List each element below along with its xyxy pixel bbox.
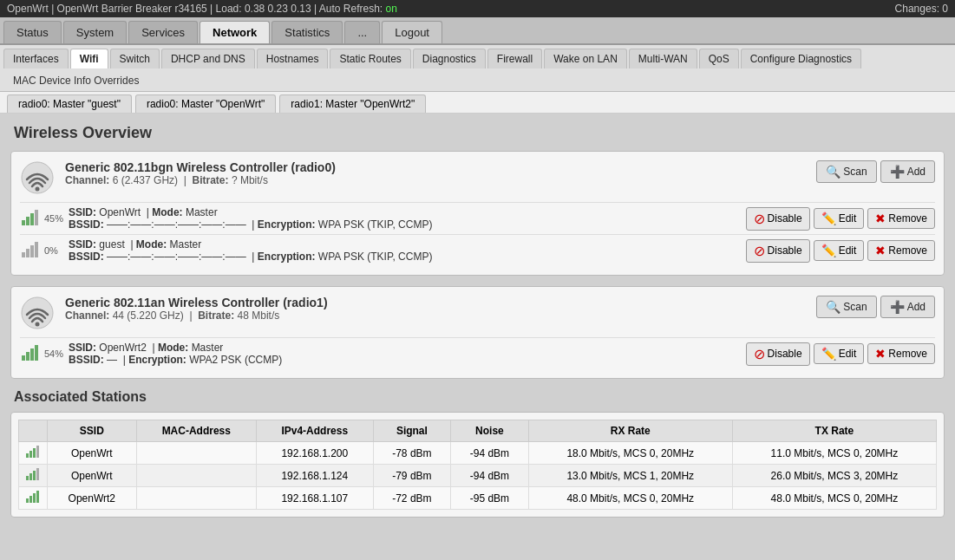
- signal-icon-openwrt2: [20, 345, 41, 363]
- disable-guest-label: Disable: [768, 244, 802, 257]
- svg-rect-16: [26, 453, 29, 458]
- subtab-configure-diagnostics[interactable]: Configure Diagnostics: [741, 49, 861, 68]
- signal-icon-openwrt: [20, 210, 41, 228]
- stations-table: SSID MAC-Address IPv4-Address Signal Noi…: [18, 420, 937, 510]
- radio0-bitrate-label: Bitrate:: [193, 174, 229, 186]
- subtab-interfaces[interactable]: Interfaces: [3, 49, 69, 68]
- content: Wireless Overview Generic 802.11bgn Wire…: [0, 114, 955, 528]
- th-ssid: SSID: [48, 420, 137, 442]
- svg-rect-5: [35, 210, 38, 225]
- radio-tab-0-openwrt[interactable]: radio0: Master "OpenWrt": [135, 94, 276, 113]
- radio0-add-label: Add: [907, 166, 926, 178]
- row1-ssid: OpenWrt: [48, 465, 137, 487]
- radio1-scan-label: Scan: [843, 301, 867, 313]
- edit-guest-button[interactable]: ✏️ Edit: [814, 240, 865, 261]
- row1-rx-rate: 13.0 Mbit/s, MCS 1, 20MHz: [528, 465, 732, 487]
- radio0-subtitle: Channel: 6 (2.437 GHz) | Bitrate: ? Mbit…: [65, 174, 816, 186]
- disable-icon-openwrt: ⊘: [754, 211, 765, 227]
- remove-openwrt2-button[interactable]: ✖ Remove: [867, 343, 935, 364]
- edit-openwrt2-button[interactable]: ✏️ Edit: [814, 343, 865, 364]
- stations-header-row: SSID MAC-Address IPv4-Address Signal Noi…: [19, 420, 937, 442]
- th-icon: [19, 420, 48, 442]
- subtab-static-routes[interactable]: Static Routes: [330, 49, 410, 68]
- subtab-dhcp-dns[interactable]: DHCP and DNS: [161, 49, 255, 68]
- row1-ipv4: 192.168.1.124: [256, 465, 373, 487]
- svg-rect-3: [26, 217, 29, 225]
- tab-more[interactable]: ...: [344, 21, 380, 43]
- radio0-actions: 🔍 Scan ➕ Add: [816, 160, 935, 183]
- th-noise: Noise: [451, 420, 529, 442]
- row1-noise: -94 dBm: [451, 465, 529, 487]
- radio1-bitrate: 48 Mbit/s: [238, 309, 280, 322]
- subtab-wake-on-lan[interactable]: Wake on LAN: [544, 49, 627, 68]
- enc-openwrt: WPA PSK (TKIP, CCMP): [318, 218, 433, 231]
- topbar-changes: Changes: 0: [895, 3, 948, 15]
- edit-openwrt-button[interactable]: ✏️ Edit: [814, 208, 865, 229]
- disable-openwrt-button[interactable]: ⊘ Disable: [746, 207, 810, 231]
- row1-signal: -79 dBm: [373, 465, 451, 487]
- signal-icon-guest: [20, 242, 41, 260]
- subtab-wifi[interactable]: Wifi: [70, 49, 108, 68]
- svg-rect-12: [22, 355, 25, 361]
- tab-status[interactable]: Status: [3, 21, 62, 43]
- controller-radio0: Generic 802.11bgn Wireless Controller (r…: [10, 151, 945, 276]
- row2-mac: [136, 487, 256, 510]
- net-actions-openwrt: ⊘ Disable ✏️ Edit ✖ Remove: [746, 207, 935, 231]
- svg-rect-25: [29, 496, 32, 503]
- radio1-add-button[interactable]: ➕ Add: [880, 296, 935, 318]
- radio0-add-button[interactable]: ➕ Add: [880, 160, 935, 183]
- row1-mac: [136, 465, 256, 487]
- topbar: OpenWrt | OpenWrt Barrier Breaker r34165…: [0, 0, 955, 17]
- radio0-scan-label: Scan: [843, 166, 867, 178]
- tab-system[interactable]: System: [63, 21, 127, 43]
- radio1-bitrate-label: Bitrate:: [198, 309, 234, 322]
- row2-signal: -72 dBm: [373, 487, 451, 510]
- mac-device-info-overrides[interactable]: MAC Device Info Overrides: [3, 70, 148, 91]
- radio0-channel-label: Channel:: [65, 174, 109, 186]
- subtab-switch[interactable]: Switch: [110, 49, 160, 68]
- net-info-openwrt: SSID: OpenWrt | Mode: Master BSSID: ——:—…: [69, 206, 746, 231]
- net-row-openwrt: 45% SSID: OpenWrt | Mode: Master BSSID: …: [20, 202, 935, 234]
- net-row-guest: 0% SSID: guest | Mode: Master BSSID: ——:…: [20, 234, 935, 266]
- enc-openwrt2: WPA2 PSK (CCMP): [189, 354, 282, 366]
- subtab-diagnostics[interactable]: Diagnostics: [413, 49, 486, 68]
- radio0-scan-button[interactable]: 🔍 Scan: [816, 160, 876, 183]
- svg-rect-6: [22, 252, 25, 257]
- radio0-channel: 6 (2.437 GHz): [113, 174, 178, 186]
- svg-rect-9: [35, 242, 38, 257]
- enc-guest: WPA PSK (TKIP, CCMP): [318, 251, 433, 263]
- th-mac: MAC-Address: [136, 420, 256, 442]
- disable-openwrt2-button[interactable]: ⊘ Disable: [746, 342, 810, 366]
- radio1-scan-button[interactable]: 🔍 Scan: [816, 296, 876, 318]
- tab-network[interactable]: Network: [200, 21, 270, 43]
- radio1-actions: 🔍 Scan ➕ Add: [816, 296, 935, 318]
- subtab-hostnames[interactable]: Hostnames: [257, 49, 329, 68]
- sub-nav: Interfaces Wifi Switch DHCP and DNS Host…: [0, 45, 955, 92]
- add-icon: ➕: [890, 165, 905, 179]
- tab-statistics[interactable]: Statistics: [271, 21, 343, 43]
- tab-logout[interactable]: Logout: [382, 21, 442, 43]
- radio0-info: Generic 802.11bgn Wireless Controller (r…: [65, 160, 816, 186]
- subtab-firewall[interactable]: Firewall: [487, 49, 542, 68]
- svg-point-11: [36, 322, 40, 327]
- disable-guest-button[interactable]: ⊘ Disable: [746, 239, 810, 263]
- edit-guest-label: Edit: [839, 244, 857, 257]
- remove-guest-button[interactable]: ✖ Remove: [867, 240, 935, 261]
- svg-rect-23: [36, 468, 39, 480]
- controller-radio1: Generic 802.11an Wireless Controller (ra…: [10, 286, 945, 379]
- subtab-qos[interactable]: QoS: [699, 49, 739, 68]
- scan-icon: 🔍: [826, 165, 841, 179]
- remove-openwrt-button[interactable]: ✖ Remove: [867, 208, 935, 229]
- row1-signal-icon: [19, 465, 48, 487]
- bssid-openwrt2: —: [107, 354, 117, 366]
- tab-services[interactable]: Services: [128, 21, 198, 43]
- svg-rect-20: [26, 476, 29, 480]
- remove-icon-openwrt2: ✖: [875, 347, 886, 361]
- assoc-card: SSID MAC-Address IPv4-Address Signal Noi…: [10, 412, 945, 518]
- subtab-multi-wan[interactable]: Multi-WAN: [629, 49, 697, 68]
- radio-tab-1-openwrt2[interactable]: radio1: Master "OpenWrt2": [279, 94, 426, 113]
- disable-openwrt2-label: Disable: [768, 348, 802, 360]
- radio-tab-0-guest[interactable]: radio0: Master "guest": [7, 94, 132, 113]
- row2-rx-rate: 48.0 Mbit/s, MCS 0, 20MHz: [528, 487, 732, 510]
- signal-pct-openwrt: 45%: [44, 213, 69, 224]
